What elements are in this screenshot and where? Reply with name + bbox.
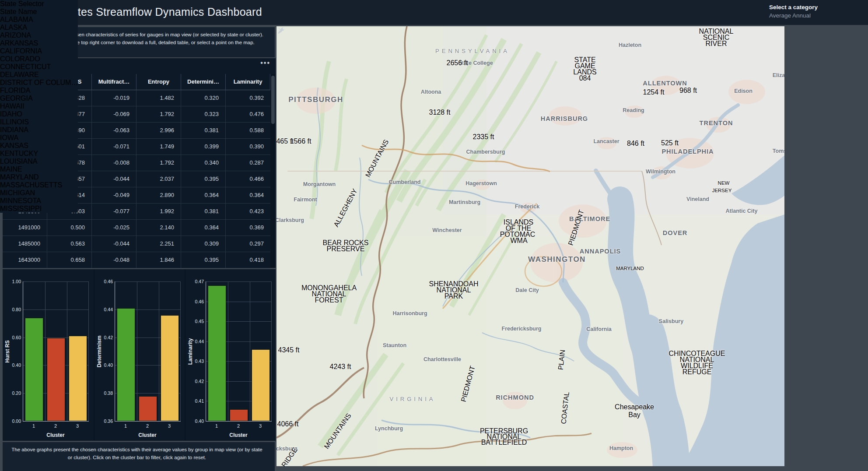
map-terrain bbox=[276, 26, 784, 466]
table-cell: 0.500 bbox=[47, 220, 92, 236]
table-cell: 0.476 bbox=[226, 106, 270, 123]
table-cell: -0.077 bbox=[92, 204, 136, 220]
bar-cluster-2[interactable] bbox=[230, 409, 248, 421]
state-list: ALABAMAALASKAARIZONAARKANSASCALIFORNIACO… bbox=[0, 16, 78, 213]
table-cell: 2.890 bbox=[136, 187, 181, 204]
bar-cluster-2[interactable] bbox=[139, 396, 157, 421]
chart-plot-right-border bbox=[88, 281, 89, 421]
table-cell: -0.019 bbox=[92, 90, 136, 106]
chart-y-tick-label: 0.44 bbox=[95, 307, 113, 312]
state-row-colorado[interactable]: COLORADO bbox=[0, 55, 78, 63]
bar-cluster-3[interactable] bbox=[69, 336, 87, 421]
table-cell: 1.792 bbox=[136, 155, 181, 171]
table-cell: 1.846 bbox=[136, 252, 181, 268]
state-row-idaho[interactable]: IDAHO bbox=[0, 110, 78, 118]
table-cell: 0.658 bbox=[47, 252, 92, 268]
chart-x-axis-title: Cluster bbox=[115, 432, 180, 438]
state-row-hawaii[interactable]: HAWAII bbox=[0, 102, 78, 110]
state-row-district-of-colum-[interactable]: DISTRICT OF COLUM… bbox=[0, 79, 78, 87]
table-cell: 0.418 bbox=[226, 252, 270, 268]
state-row-maryland[interactable]: MARYLAND bbox=[0, 173, 78, 181]
chart-gridline bbox=[23, 281, 89, 282]
table-column-header[interactable]: Multifract… bbox=[92, 74, 136, 90]
state-row-arkansas[interactable]: ARKANSAS bbox=[0, 39, 78, 47]
table-scrollbar[interactable] bbox=[270, 74, 276, 268]
table-column-header[interactable]: Determini… bbox=[181, 74, 226, 90]
chart-gridline bbox=[23, 309, 89, 310]
state-selector-panel: State Selector State Name ALABAMAALASKAA… bbox=[0, 0, 78, 213]
cluster-chart-laminarity: Laminarity0.470.460.450.440.430.420.410.… bbox=[185, 269, 276, 441]
table-column-header[interactable]: Entropy bbox=[136, 74, 181, 90]
state-row-alaska[interactable]: ALASKA bbox=[0, 24, 78, 32]
state-name-column-header[interactable]: State Name bbox=[0, 8, 78, 16]
table-menu-button[interactable]: ••• bbox=[260, 59, 270, 67]
state-row-illinois[interactable]: ILLINOIS bbox=[0, 118, 78, 126]
state-row-georgia[interactable]: GEORGIA bbox=[0, 95, 78, 102]
chart-y-tick-label: 0.43 bbox=[186, 359, 204, 364]
bar-cluster-1[interactable] bbox=[25, 318, 43, 421]
table-cell: 0.390 bbox=[226, 139, 270, 155]
state-row-mississippi[interactable]: MISSISSIPPI bbox=[0, 205, 78, 213]
state-row-florida[interactable]: FLORIDA bbox=[0, 87, 78, 95]
table-cell: -0.008 bbox=[92, 155, 136, 171]
table-cell: 1643000 bbox=[3, 252, 47, 268]
state-row-kansas[interactable]: KANSAS bbox=[0, 142, 78, 150]
cluster-chart-determinism: Determinism0.460.440.420.400.380.36123Cl… bbox=[94, 269, 185, 441]
state-row-delaware[interactable]: DELAWARE bbox=[0, 71, 78, 79]
table-row[interactable]: 14850000.563-0.0442.2510.3090.297 bbox=[3, 236, 270, 252]
bar-cluster-1[interactable] bbox=[208, 285, 226, 421]
table-cell: 1.792 bbox=[136, 106, 181, 123]
category-selected-value[interactable]: Average Annual bbox=[769, 12, 818, 19]
chart-y-tick-label: 0.00 bbox=[4, 418, 21, 424]
bar-cluster-3[interactable] bbox=[252, 349, 270, 421]
state-row-california[interactable]: CALIFORNIA bbox=[0, 47, 78, 55]
bar-cluster-3[interactable] bbox=[161, 315, 179, 421]
table-cell: 2.251 bbox=[136, 236, 181, 252]
table-cell: 0.320 bbox=[181, 90, 226, 106]
chart-gridline-vertical bbox=[137, 281, 137, 421]
map-view[interactable]: PITTSBURGHHARRISBURGALLENTOWNTRENTONPHIL… bbox=[276, 26, 784, 466]
chart-x-tick-label: 1 bbox=[119, 423, 132, 429]
table-cell: 0.466 bbox=[226, 171, 270, 187]
state-row-alabama[interactable]: ALABAMA bbox=[0, 16, 78, 24]
chart-x-axis-title: Cluster bbox=[23, 432, 88, 438]
table-cell: -0.048 bbox=[92, 252, 136, 268]
category-selector-label[interactable]: Select a category bbox=[769, 4, 818, 11]
table-cell: 0.369 bbox=[226, 220, 270, 236]
chart-x-tick-label: 2 bbox=[232, 423, 245, 429]
chart-x-axis-title: Cluster bbox=[206, 432, 271, 438]
table-cell: 0.392 bbox=[226, 90, 270, 106]
chart-y-tick-label: 0.42 bbox=[95, 335, 113, 340]
chart-gridline-vertical bbox=[67, 281, 67, 421]
table-row[interactable]: 16430000.658-0.0481.8460.3950.418 bbox=[3, 252, 270, 268]
chart-plot-right-border bbox=[180, 281, 181, 421]
chart-y-tick-label: 0.38 bbox=[95, 390, 113, 396]
state-row-maine[interactable]: MAINE bbox=[0, 165, 78, 173]
bar-cluster-1[interactable] bbox=[117, 308, 135, 421]
state-row-connecticut[interactable]: CONNECTICUT bbox=[0, 63, 78, 71]
table-cell: -0.063 bbox=[92, 123, 136, 139]
chart-plot-area: Hurst RS bbox=[23, 281, 89, 422]
bar-cluster-2[interactable] bbox=[47, 338, 65, 421]
state-row-massachusetts[interactable]: MASSACHUSETTS bbox=[0, 181, 78, 189]
table-row[interactable]: 14910000.500-0.0252.1400.3640.369 bbox=[3, 220, 270, 236]
table-cell: 0.297 bbox=[226, 236, 270, 252]
chart-y-tick-label: 0.46 bbox=[186, 299, 204, 304]
table-cell: 1.482 bbox=[136, 90, 181, 106]
chart-y-tick-label: 0.40 bbox=[4, 362, 21, 368]
state-row-arizona[interactable]: ARIZONA bbox=[0, 32, 78, 39]
state-row-iowa[interactable]: IOWA bbox=[0, 134, 78, 142]
table-cell: 0.309 bbox=[181, 236, 226, 252]
state-row-louisiana[interactable]: LOUISIANA bbox=[0, 158, 78, 165]
table-scrollbar-thumb[interactable] bbox=[271, 76, 275, 124]
table-cell: 0.423 bbox=[226, 204, 270, 220]
state-row-indiana[interactable]: INDIANA bbox=[0, 126, 78, 134]
cluster-charts-panel: Hurst RS1.000.800.600.400.200.00123Clust… bbox=[3, 269, 276, 441]
state-row-michigan[interactable]: MICHIGAN bbox=[0, 189, 78, 197]
chart-x-tick-label: 3 bbox=[254, 423, 267, 429]
state-row-kentucky[interactable]: KENTUCKY bbox=[0, 150, 78, 158]
state-row-minnesota[interactable]: MINNESOTA bbox=[0, 197, 78, 205]
table-column-header[interactable]: Laminarity bbox=[226, 74, 270, 90]
chart-gridline-vertical bbox=[45, 281, 46, 421]
chart-plot-area: Determinism bbox=[115, 281, 181, 422]
